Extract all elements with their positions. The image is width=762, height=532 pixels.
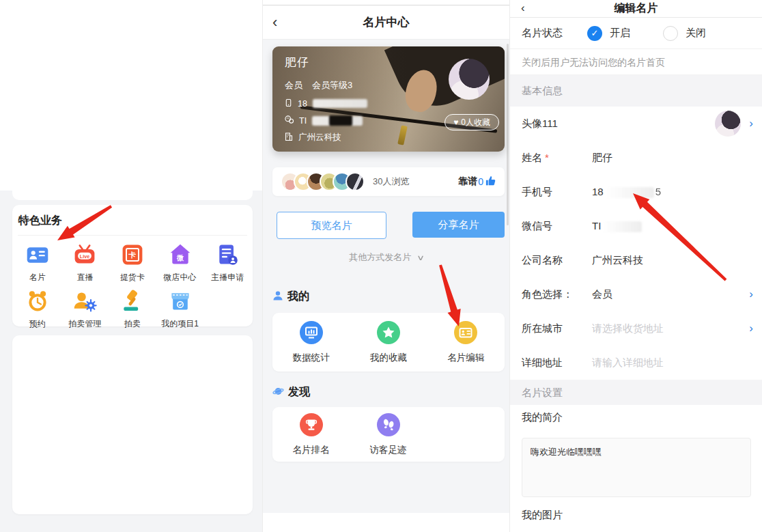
edit-card-panel: ‹ 编辑名片 名片状态 ✓ 开启 关闭 关闭后用户无法访问您的名片首页 基本信息…: [509, 0, 762, 532]
profile-card[interactable]: 肥仔 会员 会员等级3 18 TI 广州云科技: [272, 46, 505, 152]
company-field-value[interactable]: 广州云科技: [592, 254, 643, 267]
trophy-icon: [300, 413, 323, 439]
wechat-field-value[interactable]: TI: [592, 220, 643, 232]
check-icon: ✓: [591, 28, 599, 38]
service-item-my-projects[interactable]: 我的项目1: [156, 289, 204, 330]
service-item-business-card[interactable]: 名片: [14, 242, 61, 283]
address-field-placeholder[interactable]: 请输入详细地址: [592, 356, 664, 369]
member-level: 会员等级3: [312, 79, 352, 92]
city-field-label: 所在城市: [522, 322, 592, 335]
viewers-card: 30人浏览 靠谱 0: [272, 167, 505, 196]
card-edit-icon: [454, 321, 477, 347]
wechat-field-label: 微信号: [522, 220, 592, 233]
service-item-auction[interactable]: 拍卖: [109, 289, 156, 330]
wechat-blur-mask: [312, 116, 363, 126]
service-item-live[interactable]: Live 直播: [61, 242, 109, 283]
avatar-field-row[interactable]: 头像111 ›: [510, 107, 762, 141]
service-item-microstore[interactable]: 微 微店中心: [156, 242, 204, 283]
wechat-blur-mask: [602, 221, 642, 232]
intro-textarea[interactable]: 嗨欢迎光临嘿嘿嘿: [522, 438, 751, 497]
favorites-button[interactable]: ♥ 0人收藏: [444, 114, 499, 130]
discover-item-visitor-footprints[interactable]: 访客足迹: [350, 407, 427, 462]
address-field-label: 详细地址: [522, 356, 592, 369]
phone-icon: [285, 98, 292, 109]
phone-prefix: 18: [298, 99, 307, 109]
mine-item-my-favorites[interactable]: 我的收藏: [350, 313, 427, 372]
footprints-icon: [377, 413, 400, 439]
required-mark: *: [545, 152, 549, 163]
mine-item-label: 我的收藏: [370, 352, 407, 364]
city-field-placeholder[interactable]: 请选择收货地址: [592, 322, 664, 335]
service-label: 预约: [29, 318, 46, 330]
star-icon: [377, 321, 400, 347]
data-stats-icon: [300, 321, 323, 347]
back-icon[interactable]: ‹: [521, 0, 525, 16]
avatar-field-label: 头像111: [522, 117, 592, 130]
mine-item-card-edit[interactable]: 名片编辑: [427, 313, 505, 372]
label-text: 姓名: [522, 152, 542, 163]
chevron-down-icon: ∨: [417, 253, 425, 262]
profile-avatar[interactable]: [449, 59, 490, 100]
profile-info: 肥仔 会员 会员等级3 18 TI 广州云科技: [285, 55, 367, 143]
phone-field-row[interactable]: 手机号 185: [510, 175, 762, 209]
service-item-auction-manage[interactable]: 拍卖管理: [61, 289, 109, 330]
service-item-appointment[interactable]: 预约: [14, 289, 61, 330]
mine-item-data-stats[interactable]: 数据统计: [272, 313, 350, 372]
building-icon: [285, 132, 293, 143]
wechat-field-row[interactable]: 微信号 TI: [510, 209, 762, 243]
svg-text:卡: 卡: [128, 251, 137, 259]
profile-phone-row: 18: [285, 98, 367, 109]
profile-company-row: 广州云科技: [285, 132, 367, 143]
back-icon[interactable]: ‹: [272, 5, 277, 40]
gavel-icon: [120, 289, 145, 316]
business-card-icon: [25, 242, 50, 270]
discover-title-text: 发现: [288, 385, 310, 400]
phone-prefix: 18: [592, 186, 604, 197]
discover-item-card-ranking[interactable]: 名片排名: [272, 407, 350, 462]
share-card-button[interactable]: 分享名片: [412, 212, 505, 238]
profile-name: 肥仔: [285, 55, 367, 70]
svg-text:Live: Live: [80, 253, 89, 260]
role-field-row[interactable]: 角色选择： 会员 ›: [510, 277, 762, 311]
chevron-right-icon[interactable]: ›: [749, 288, 753, 301]
radio-status-off[interactable]: [663, 26, 678, 41]
radio-status-on[interactable]: ✓: [587, 26, 602, 41]
auction-manage-icon: [72, 289, 97, 316]
wechat-prefix: TI: [299, 116, 307, 126]
basic-info-fields: 头像111 › 姓名* 肥仔 手机号 185 微信号 TI 公: [510, 107, 762, 380]
kaopu-count: 0: [478, 176, 483, 187]
page-title: 编辑名片: [510, 0, 762, 16]
host-apply-icon: [215, 242, 240, 270]
name-field-value[interactable]: 肥仔: [592, 152, 612, 165]
city-field-row[interactable]: 所在城市 请选择收货地址 ›: [510, 311, 762, 346]
wechat-icon: [285, 115, 294, 126]
role-field-label: 角色选择：: [522, 288, 592, 301]
address-field-row[interactable]: 详细地址 请输入详细地址: [510, 346, 762, 380]
pickup-card-icon: 卡: [120, 242, 145, 270]
thumbs-up-icon: [485, 175, 496, 188]
microstore-icon: 微: [168, 242, 193, 270]
featured-services-card: 特色业务 名片 Live 直播 卡: [12, 205, 253, 326]
name-field-row[interactable]: 姓名* 肥仔: [510, 141, 762, 175]
member-badges: 会员 会员等级3: [285, 79, 367, 92]
service-item-pickup-card[interactable]: 卡 提货卡: [109, 242, 156, 283]
company-name: 广州云科技: [298, 132, 341, 143]
service-item-host-apply[interactable]: 主播申请: [203, 242, 251, 283]
other-ways-toggle[interactable]: 其他方式发名片 ∨: [263, 251, 509, 264]
page-title: 名片中心: [263, 5, 509, 40]
kaopu-like-button[interactable]: 靠谱 0: [458, 175, 496, 188]
company-field-row[interactable]: 公司名称 广州云科技: [510, 243, 762, 277]
scrollbar[interactable]: [507, 44, 509, 225]
phone-field-value[interactable]: 185: [592, 186, 661, 198]
role-field-value[interactable]: 会员: [592, 288, 612, 301]
phone-blur-mask: [313, 99, 367, 108]
chevron-right-icon[interactable]: ›: [749, 117, 753, 130]
chevron-right-icon[interactable]: ›: [749, 322, 753, 335]
edit-card-header: ‹ 编辑名片: [510, 0, 762, 18]
featured-services-title: 特色业务: [12, 205, 253, 228]
mine-section-title: 我的: [272, 290, 309, 304]
heart-icon: ♥: [453, 117, 458, 127]
service-label: 主播申请: [211, 272, 244, 283]
preview-card-button[interactable]: 预览名片: [277, 212, 386, 239]
avatar-thumbnail[interactable]: [715, 111, 741, 137]
